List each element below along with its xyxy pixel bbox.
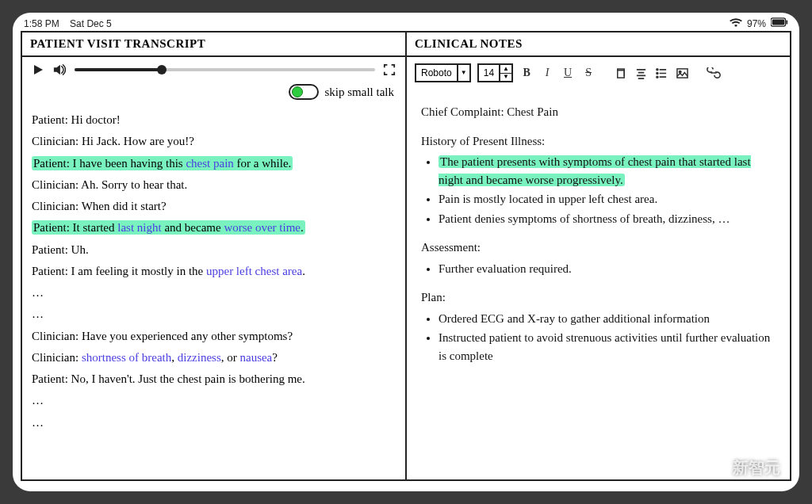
- wifi-icon: [730, 17, 742, 29]
- note-item: Further evaluation required.: [439, 260, 776, 278]
- note-item: The patient presents with symptoms of ch…: [439, 153, 776, 189]
- transcript-title: PATIENT VISIT TRANSCRIPT: [21, 31, 406, 57]
- bold-icon[interactable]: B: [519, 66, 534, 80]
- audio-controls: [30, 63, 397, 79]
- align-icon[interactable]: [634, 66, 648, 80]
- svg-rect-7: [677, 68, 688, 77]
- battery-icon: [771, 17, 788, 29]
- notes-panel: CLINICAL NOTES Roboto ▼ 14 ▲▼ B I U S: [406, 31, 791, 481]
- link-icon[interactable]: [707, 66, 721, 80]
- watermark-icon: [707, 458, 728, 479]
- transcript-line: Clinician: Ah. Sorry to hear that.: [32, 176, 396, 194]
- note-item: Ordered ECG and X-ray to gather addition…: [439, 310, 776, 328]
- assessment-heading: Assessment:: [421, 239, 776, 257]
- transcript-line: Patient: It started last night and becam…: [32, 219, 396, 237]
- watermark: 新智元: [707, 457, 780, 479]
- note-item: Patient denies symptoms of shortness of …: [439, 210, 776, 228]
- chief-complaint: Chief Complaint: Chest Pain: [421, 103, 776, 121]
- transcript-line: Patient: I have been having this chest p…: [32, 155, 396, 173]
- image-icon[interactable]: [675, 66, 689, 80]
- skip-small-talk-toggle[interactable]: [289, 84, 319, 100]
- svg-rect-1: [772, 20, 785, 25]
- status-bar: 1:58 PM Sat Dec 5 97%: [13, 13, 799, 31]
- plan-heading: Plan:: [421, 288, 776, 307]
- font-size-value: 14: [479, 65, 499, 81]
- transcript-line: …: [32, 284, 396, 302]
- assessment-list: Further evaluation required.: [421, 260, 776, 278]
- plan-list: Ordered ECG and X-ray to gather addition…: [421, 310, 776, 365]
- editor-toolbar: Roboto ▼ 14 ▲▼ B I U S: [415, 63, 782, 87]
- svg-point-6: [657, 76, 658, 78]
- font-size-select[interactable]: 14 ▲▼: [477, 63, 513, 82]
- watermark-text: 新智元: [733, 457, 780, 479]
- fullscreen-icon[interactable]: [383, 63, 396, 76]
- transcript-line: Clinician: Hi Jack. How are you!?: [32, 132, 396, 151]
- strike-icon[interactable]: S: [581, 66, 596, 80]
- hpi-heading: History of Present Illness:: [421, 132, 776, 151]
- transcript-line: Patient: No, I haven't. Just the chest p…: [32, 370, 396, 388]
- transcript-panel: PATIENT VISIT TRANSCRIPT: [21, 31, 406, 481]
- svg-point-4: [657, 68, 658, 70]
- svg-rect-2: [786, 20, 787, 24]
- tablet-frame: 1:58 PM Sat Dec 5 97% PATIENT VISIT TRAN…: [13, 13, 799, 491]
- hpi-list: The patient presents with symptoms of ch…: [421, 153, 776, 227]
- transcript-line: Patient: Hi doctor!: [32, 111, 396, 129]
- notes-title: CLINICAL NOTES: [406, 31, 791, 57]
- transcript-line: …: [32, 414, 396, 432]
- italic-icon[interactable]: I: [540, 66, 554, 80]
- audio-progress[interactable]: [75, 68, 375, 71]
- status-right: 97%: [730, 17, 788, 29]
- transcript-line: Clinician: Have you experienced any othe…: [32, 327, 396, 346]
- volume-icon[interactable]: [52, 63, 67, 76]
- play-icon[interactable]: [32, 63, 44, 76]
- dropdown-icon[interactable]: ▼: [457, 65, 469, 81]
- status-date: Sat Dec 5: [70, 18, 112, 29]
- note-item: Pain is mostly located in upper left che…: [439, 190, 776, 208]
- transcript-line: Patient: Uh.: [32, 241, 396, 259]
- transcript-line: Clinician: When did it start?: [32, 197, 396, 216]
- transcript-line: …: [32, 305, 396, 323]
- list-icon[interactable]: [654, 66, 668, 80]
- notes-body[interactable]: Chief Complaint: Chest Pain History of P…: [415, 87, 782, 365]
- spinner-icon[interactable]: ▲▼: [499, 65, 511, 81]
- battery-percent: 97%: [747, 18, 766, 29]
- note-item: Instructed patient to avoid strenuous ac…: [439, 329, 776, 365]
- svg-point-5: [657, 72, 658, 74]
- copy-icon[interactable]: [613, 66, 627, 80]
- status-left: 1:58 PM Sat Dec 5: [24, 18, 112, 29]
- underline-icon[interactable]: U: [561, 66, 575, 80]
- svg-rect-3: [617, 70, 623, 77]
- transcript-body: Patient: Hi doctor!Clinician: Hi Jack. H…: [30, 111, 397, 432]
- transcript-line: Patient: I am feeling it mostly in the u…: [32, 262, 396, 281]
- skip-small-talk-label: skip small talk: [325, 86, 395, 99]
- font-family-select[interactable]: Roboto ▼: [415, 63, 471, 82]
- transcript-line: Clinician: shortness of breath, dizzines…: [32, 349, 396, 367]
- font-family-value: Roboto: [416, 65, 457, 81]
- transcript-line: …: [32, 391, 396, 410]
- status-time: 1:58 PM: [24, 18, 59, 29]
